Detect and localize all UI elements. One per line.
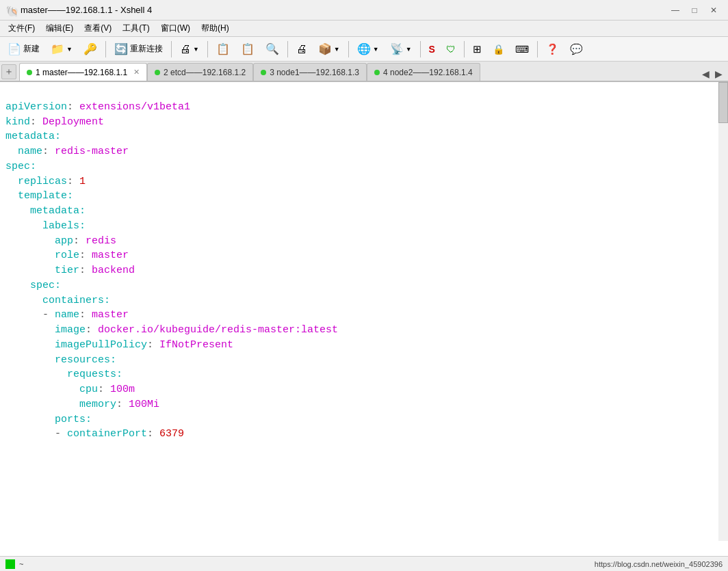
tab-dot-node2 <box>374 70 380 75</box>
scrollbar-track[interactable] <box>718 82 728 541</box>
line-9: labels: <box>5 220 86 232</box>
tab-next-button[interactable]: ▶ <box>712 67 725 81</box>
toolbar-sep-1 <box>105 41 106 57</box>
menu-bar: 文件(F) 编辑(E) 查看(V) 工具(T) 窗口(W) 帮助(H) <box>0 21 728 37</box>
reconnect-icon: 🔄 <box>114 44 128 55</box>
line-12: tier: backend <box>5 265 135 276</box>
transfer-button[interactable]: 📦 ▼ <box>313 40 345 59</box>
tab-dot-master <box>27 70 32 75</box>
open-icon: 📁 <box>51 44 64 55</box>
line-20: cpu: 100m <box>5 384 135 395</box>
line-5: spec: <box>5 161 36 172</box>
key-button[interactable]: 🔑 <box>79 40 102 59</box>
line-8: metadata: <box>5 205 86 217</box>
menu-tools[interactable]: 工具(T) <box>117 21 155 36</box>
print-setup-button[interactable]: 🖨 ▼ <box>175 40 204 59</box>
help-button[interactable]: ❓ <box>541 40 564 59</box>
status-bar: ~ https://blog.csdn.net/weixin_45902396 <box>0 556 728 571</box>
line-21: memory: 100Mi <box>5 399 159 410</box>
browser-button[interactable]: 🌐 ▼ <box>352 40 384 59</box>
print-button[interactable]: 🖨 <box>291 40 312 59</box>
chat-icon: 💬 <box>570 43 583 55</box>
line-11: role: master <box>5 250 129 261</box>
tab-label-etcd: 2 etcd——192.168.1.2 <box>164 68 246 77</box>
line-4: name: redis-master <box>5 146 129 157</box>
paste-button[interactable]: 📋 <box>236 40 259 59</box>
title-bar: 🐚 master——192.168.1.1 - Xshell 4 — □ ✕ <box>0 0 728 21</box>
terminal-area[interactable]: apiVersion: extensions/v1beta1 kind: Dep… <box>0 82 728 556</box>
search-icon: 🔍 <box>265 44 279 55</box>
print-icon: 🖨 <box>296 44 307 55</box>
line-3: metadata: <box>5 131 61 142</box>
help-icon: ❓ <box>546 43 559 55</box>
line-15: - name: master <box>5 309 129 321</box>
scrollbar-thumb[interactable] <box>718 82 728 123</box>
script-icon: 📡 <box>390 44 404 55</box>
paste-icon: 📋 <box>241 44 255 55</box>
putty-button[interactable]: 🛡 <box>441 40 460 59</box>
status-left: ~ <box>5 559 23 569</box>
line-7: template: <box>5 190 73 202</box>
status-indicator <box>5 559 15 569</box>
toolbar-sep-5 <box>348 41 349 57</box>
window-title: master——192.168.1.1 - Xshell 4 <box>21 5 152 15</box>
toolbar-sep-6 <box>420 41 421 57</box>
close-button[interactable]: ✕ <box>705 3 723 17</box>
open-button[interactable]: 📁 ▼ <box>46 40 77 59</box>
tab-etcd[interactable]: 2 etcd——192.168.1.2 <box>147 63 253 81</box>
tab-master[interactable]: 1 master——192.168.1.1 ✕ <box>19 63 147 81</box>
tab-prev-button[interactable]: ◀ <box>699 67 712 81</box>
line-10: app: redis <box>5 235 116 247</box>
tab-label-node2: 4 node2——192.168.1.4 <box>383 68 473 77</box>
maximize-button[interactable]: □ <box>686 3 703 17</box>
menu-view[interactable]: 查看(V) <box>79 21 117 36</box>
main-area: apiVersion: extensions/v1beta1 kind: Dep… <box>0 82 728 571</box>
cursor-indicator: ~ <box>19 560 23 568</box>
transfer-icon: 📦 <box>318 44 332 55</box>
tab-node2[interactable]: 4 node2——192.168.1.4 <box>367 63 480 81</box>
tab-dot-node1 <box>261 70 266 75</box>
line-19: requests: <box>5 369 122 380</box>
minimize-button[interactable]: — <box>666 3 684 17</box>
line-1: apiVersion: extensions/v1beta1 <box>5 101 190 113</box>
tab-nav-right: ◀ ▶ <box>699 67 728 81</box>
chat-button[interactable]: 💬 <box>565 40 588 59</box>
copy-button[interactable]: 📋 <box>211 40 235 59</box>
add-tab-button[interactable]: ＋ <box>1 64 16 79</box>
browser-icon: 🌐 <box>357 44 371 55</box>
terminal-content[interactable]: apiVersion: extensions/v1beta1 kind: Dep… <box>0 82 728 556</box>
print-setup-icon: 🖨 <box>180 44 191 55</box>
tab-node1[interactable]: 3 node1——192.168.1.3 <box>253 63 367 81</box>
search-button[interactable]: 🔍 <box>261 40 284 59</box>
tab-dot-etcd <box>155 70 160 75</box>
key-icon: 🔑 <box>83 44 97 55</box>
menu-file[interactable]: 文件(F) <box>3 21 40 36</box>
tab-close-master[interactable]: ✕ <box>133 68 140 77</box>
layout-icon: ⊞ <box>473 43 482 55</box>
app-icon: 🐚 <box>5 5 16 16</box>
new-button[interactable]: 📄 新建 <box>3 40 44 59</box>
new-label: 新建 <box>23 43 40 55</box>
layout-button[interactable]: ⊞ <box>468 40 486 59</box>
lock-icon: 🔒 <box>493 44 504 55</box>
menu-window[interactable]: 窗口(W) <box>155 21 196 36</box>
sqlplus-button[interactable]: S <box>424 40 440 59</box>
script-button[interactable]: 📡 ▼ <box>385 40 417 59</box>
copy-icon: 📋 <box>216 44 230 55</box>
lock-button[interactable]: 🔒 <box>488 40 509 59</box>
reconnect-button[interactable]: 🔄 重新连接 <box>109 40 168 59</box>
toolbar-sep-2 <box>171 41 172 57</box>
keyboard-icon: ⌨ <box>515 44 529 55</box>
new-icon: 📄 <box>8 44 21 55</box>
line-6: replicas: 1 <box>5 176 86 187</box>
line-17: imagePullPolicy: IfNotPresent <box>5 339 233 351</box>
script-dropdown-icon: ▼ <box>406 46 412 53</box>
window-controls: — □ ✕ <box>666 3 723 17</box>
menu-help[interactable]: 帮助(H) <box>196 21 235 36</box>
sqlplus-icon: S <box>429 44 435 55</box>
keyboard-button[interactable]: ⌨ <box>510 40 534 59</box>
line-2: kind: Deployment <box>5 116 104 128</box>
status-url: https://blog.csdn.net/weixin_45902396 <box>595 560 723 568</box>
menu-edit[interactable]: 编辑(E) <box>40 21 79 36</box>
line-22: ports: <box>5 414 92 425</box>
